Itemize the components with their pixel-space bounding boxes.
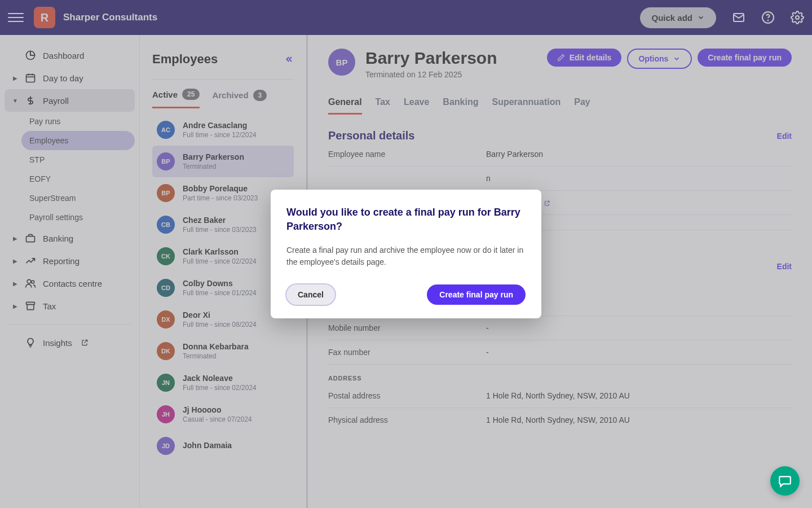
- modal-overlay[interactable]: Would you like to create a final pay run…: [0, 0, 812, 508]
- final-pay-run-modal: Would you like to create a final pay run…: [271, 190, 541, 318]
- modal-cancel-button[interactable]: Cancel: [286, 284, 335, 305]
- chat-button[interactable]: [770, 466, 800, 496]
- chat-icon: [778, 474, 792, 488]
- modal-title: Would you like to create a final pay run…: [286, 205, 526, 234]
- modal-confirm-button[interactable]: Create final pay run: [427, 284, 526, 305]
- modal-body: Create a final pay run and archive the e…: [286, 244, 526, 269]
